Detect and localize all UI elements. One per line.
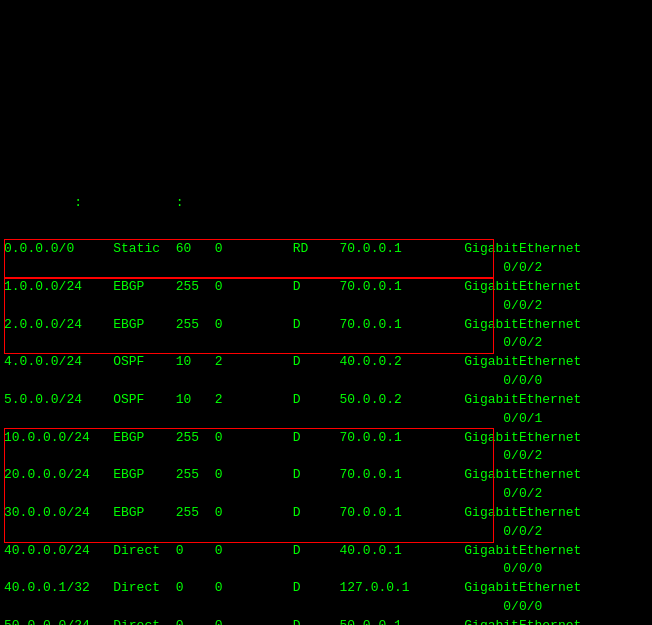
terminal-window: : : <box>4 6 648 232</box>
route-entry: 10.0.0.0/24 EBGP 255 0 D 70.0.0.1 Gigabi… <box>4 429 648 467</box>
table-row: 30.0.0.0/24 EBGP 255 0 D 70.0.0.1 Gigabi… <box>4 504 648 523</box>
route-entry: 40.0.0.0/24 Direct 0 0 D 40.0.0.1 Gigabi… <box>4 542 648 580</box>
summary-counts: : : <box>4 194 648 213</box>
interface-suffix: 0/0/0 <box>4 560 648 579</box>
interface-suffix: 0/0/2 <box>4 259 648 278</box>
table-row: 4.0.0.0/24 OSPF 10 2 D 40.0.0.2 GigabitE… <box>4 353 648 372</box>
table-row: 1.0.0.0/24 EBGP 255 0 D 70.0.0.1 Gigabit… <box>4 278 648 297</box>
route-entry: 4.0.0.0/24 OSPF 10 2 D 40.0.0.2 GigabitE… <box>4 353 648 391</box>
table-row: 2.0.0.0/24 EBGP 255 0 D 70.0.0.1 Gigabit… <box>4 316 648 335</box>
route-entry: 5.0.0.0/24 OSPF 10 2 D 50.0.0.2 GigabitE… <box>4 391 648 429</box>
route-entry: 40.0.0.1/32 Direct 0 0 D 127.0.0.1 Gigab… <box>4 579 648 617</box>
interface-suffix: 0/0/0 <box>4 372 648 391</box>
interface-suffix: 0/0/2 <box>4 334 648 353</box>
interface-suffix: 0/0/2 <box>4 447 648 466</box>
table-row: 20.0.0.0/24 EBGP 255 0 D 70.0.0.1 Gigabi… <box>4 466 648 485</box>
route-entry: 50.0.0.0/24 Direct 0 0 D 50.0.0.1 Gigabi… <box>4 617 648 625</box>
route-entry: 0.0.0.0/0 Static 60 0 RD 70.0.0.1 Gigabi… <box>4 240 648 278</box>
interface-suffix: 0/0/0 <box>4 598 648 617</box>
table-row: 0.0.0.0/0 Static 60 0 RD 70.0.0.1 Gigabi… <box>4 240 648 259</box>
route-entry: 2.0.0.0/24 EBGP 255 0 D 70.0.0.1 Gigabit… <box>4 316 648 354</box>
route-entry: 1.0.0.0/24 EBGP 255 0 D 70.0.0.1 Gigabit… <box>4 278 648 316</box>
table-row: 5.0.0.0/24 OSPF 10 2 D 50.0.0.2 GigabitE… <box>4 391 648 410</box>
interface-suffix: 0/0/2 <box>4 297 648 316</box>
route-entry: 20.0.0.0/24 EBGP 255 0 D 70.0.0.1 Gigabi… <box>4 466 648 504</box>
table-row: 10.0.0.0/24 EBGP 255 0 D 70.0.0.1 Gigabi… <box>4 429 648 448</box>
interface-suffix: 0/0/1 <box>4 410 648 429</box>
table-row: 40.0.0.1/32 Direct 0 0 D 127.0.0.1 Gigab… <box>4 579 648 598</box>
interface-suffix: 0/0/2 <box>4 523 648 542</box>
route-entry: 30.0.0.0/24 EBGP 255 0 D 70.0.0.1 Gigabi… <box>4 504 648 542</box>
table-row: 40.0.0.0/24 Direct 0 0 D 40.0.0.1 Gigabi… <box>4 542 648 561</box>
route-table: 0.0.0.0/0 Static 60 0 RD 70.0.0.1 Gigabi… <box>4 240 648 625</box>
interface-suffix: 0/0/2 <box>4 485 648 504</box>
table-row: 50.0.0.0/24 Direct 0 0 D 50.0.0.1 Gigabi… <box>4 617 648 625</box>
